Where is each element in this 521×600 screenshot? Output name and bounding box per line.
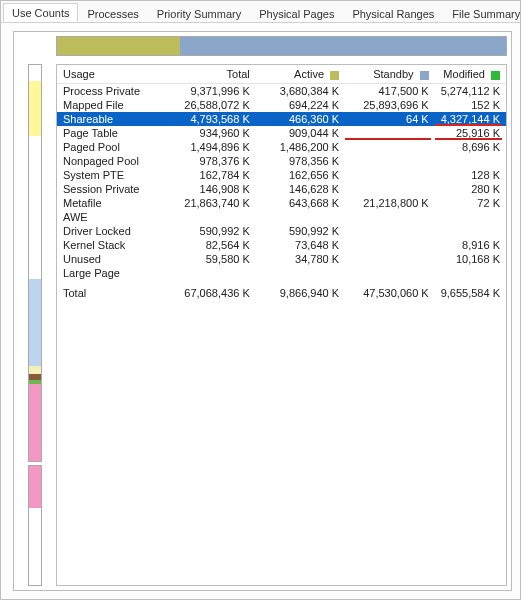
cell-modified: 8,696 K: [435, 140, 506, 154]
side-seg: [29, 279, 41, 366]
table-row[interactable]: Large Page: [57, 266, 506, 280]
cell-total: 162,784 K: [166, 168, 256, 182]
tab-use-counts[interactable]: Use Counts: [3, 3, 78, 22]
table-row[interactable]: System PTE162,784 K162,656 K128 K: [57, 168, 506, 182]
col-modified-label: Modified: [443, 68, 485, 80]
cell-usage: Mapped File: [57, 98, 166, 112]
cell-total: 978,376 K: [166, 154, 256, 168]
cell-active: 73,648 K: [256, 238, 345, 252]
cell-active: 590,992 K: [256, 224, 345, 238]
window: Use CountsProcessesPriority SummaryPhysi…: [0, 0, 521, 600]
top-sum-bar-area: [14, 32, 511, 60]
cell-usage: Metafile: [57, 196, 166, 210]
cell-total: 26,588,072 K: [166, 98, 256, 112]
cell-active: 146,628 K: [256, 182, 345, 196]
col-standby[interactable]: Standby: [345, 65, 435, 84]
cell-active: [256, 266, 345, 280]
tab-priority-summary[interactable]: Priority Summary: [148, 4, 250, 22]
table-row[interactable]: Nonpaged Pool978,376 K978,356 K: [57, 154, 506, 168]
cell-standby: [345, 154, 435, 168]
cell-standby: [345, 140, 435, 154]
cell-standby: [345, 252, 435, 266]
cell-total: 4,793,568 K: [166, 112, 256, 126]
cell-active: [256, 210, 345, 224]
table-row[interactable]: Total67,068,436 K9,866,940 K47,530,060 K…: [57, 286, 506, 300]
cell-total: 146,908 K: [166, 182, 256, 196]
table-row[interactable]: Kernel Stack82,564 K73,648 K8,916 K: [57, 238, 506, 252]
col-modified[interactable]: Modified: [435, 65, 506, 84]
cell-usage: Large Page: [57, 266, 166, 280]
table-row[interactable]: Page Table934,960 K909,044 K25,916 K: [57, 126, 506, 140]
table-row[interactable]: Process Private9,371,996 K3,680,384 K417…: [57, 84, 506, 99]
table-row[interactable]: Driver Locked590,992 K590,992 K: [57, 224, 506, 238]
cell-active: 643,668 K: [256, 196, 345, 210]
legend-active-icon: [330, 71, 339, 80]
inner-area: Usage Total Active Standby Mo: [18, 64, 507, 586]
cell-total: [166, 210, 256, 224]
cell-usage: Unused: [57, 252, 166, 266]
cell-usage: Paged Pool: [57, 140, 166, 154]
side-seg: [29, 136, 41, 279]
cell-active: 909,044 K: [256, 126, 345, 140]
table-row[interactable]: Session Private146,908 K146,628 K280 K: [57, 182, 506, 196]
tab-processes[interactable]: Processes: [78, 4, 147, 22]
cell-standby: [345, 126, 435, 140]
col-total[interactable]: Total: [166, 65, 256, 84]
cell-standby: 417,500 K: [345, 84, 435, 99]
cell-usage: Kernel Stack: [57, 238, 166, 252]
cell-modified: [435, 154, 506, 168]
cell-modified: [435, 224, 506, 238]
cell-standby: [345, 182, 435, 196]
tab-file-summary[interactable]: File Summary: [443, 4, 521, 22]
cell-active: 978,356 K: [256, 154, 345, 168]
header-row[interactable]: Usage Total Active Standby Mo: [57, 65, 506, 84]
cell-usage: Session Private: [57, 182, 166, 196]
content-pane: Usage Total Active Standby Mo: [13, 31, 512, 591]
tab-physical-ranges[interactable]: Physical Ranges: [343, 4, 443, 22]
table-row[interactable]: AWE: [57, 210, 506, 224]
cell-standby: [345, 224, 435, 238]
cell-standby: [345, 266, 435, 280]
tab-bar: Use CountsProcessesPriority SummaryPhysi…: [1, 1, 520, 23]
usage-grid[interactable]: Usage Total Active Standby Mo: [56, 64, 507, 586]
cell-usage: Page Table: [57, 126, 166, 140]
cell-active: 1,486,200 K: [256, 140, 345, 154]
cell-usage: Shareable: [57, 112, 166, 126]
col-active[interactable]: Active: [256, 65, 345, 84]
cell-active: 466,360 K: [256, 112, 345, 126]
cell-standby: 25,893,696 K: [345, 98, 435, 112]
table-row[interactable]: Metafile21,863,740 K643,668 K21,218,800 …: [57, 196, 506, 210]
cell-modified: 8,916 K: [435, 238, 506, 252]
cell-usage: System PTE: [57, 168, 166, 182]
cell-usage: Process Private: [57, 84, 166, 99]
side-seg: [29, 366, 41, 374]
cell-standby: 21,218,800 K: [345, 196, 435, 210]
cell-modified: 25,916 K: [435, 126, 506, 140]
cell-active: 694,224 K: [256, 98, 345, 112]
cell-standby: 64 K: [345, 112, 435, 126]
cell-modified: 10,168 K: [435, 252, 506, 266]
table-row[interactable]: Shareable4,793,568 K466,360 K64 K4,327,1…: [57, 112, 506, 126]
cell-modified: 5,274,112 K: [435, 84, 506, 99]
topbar-seg-standby: [180, 37, 506, 55]
cell-total: 82,564 K: [166, 238, 256, 252]
cell-standby: [345, 210, 435, 224]
side-seg: [29, 65, 41, 81]
table-row[interactable]: Paged Pool1,494,896 K1,486,200 K8,696 K: [57, 140, 506, 154]
cell-usage: Nonpaged Pool: [57, 154, 166, 168]
side-bars: [18, 64, 52, 586]
col-usage[interactable]: Usage: [57, 65, 166, 84]
cell-total: 59,580 K: [166, 252, 256, 266]
cell-usage: AWE: [57, 210, 166, 224]
side-seg: [29, 384, 41, 461]
col-active-label: Active: [294, 68, 324, 80]
cell-total: 1,494,896 K: [166, 140, 256, 154]
cell-standby: [345, 168, 435, 182]
side-seg: [29, 508, 41, 585]
table-row[interactable]: Unused59,580 K34,780 K10,168 K: [57, 252, 506, 266]
topbar-seg-active: [57, 37, 180, 55]
cell-modified: [435, 266, 506, 280]
table-row[interactable]: Mapped File26,588,072 K694,224 K25,893,6…: [57, 98, 506, 112]
tab-physical-pages[interactable]: Physical Pages: [250, 4, 343, 22]
cell-active: 9,866,940 K: [256, 286, 345, 300]
